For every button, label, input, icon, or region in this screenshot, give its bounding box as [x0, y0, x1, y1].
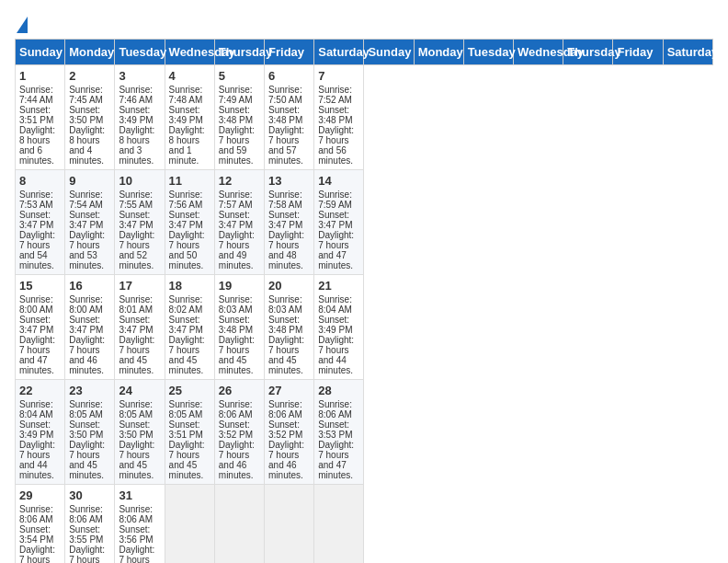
calendar-cell: 11Sunrise: 7:56 AMSunset: 3:47 PMDayligh… [165, 170, 214, 275]
calendar-cell: 9Sunrise: 7:54 AMSunset: 3:47 PMDaylight… [65, 170, 115, 275]
day-number: 19 [219, 279, 260, 293]
calendar-cell: 17Sunrise: 8:01 AMSunset: 3:47 PMDayligh… [115, 275, 165, 380]
header-thursday: Thursday [563, 40, 613, 65]
day-number: 30 [69, 488, 110, 502]
header-monday: Monday [65, 40, 115, 65]
header-friday: Friday [613, 40, 663, 65]
day-number: 12 [219, 174, 260, 188]
day-number: 3 [119, 69, 160, 83]
calendar-cell: 16Sunrise: 8:00 AMSunset: 3:47 PMDayligh… [65, 275, 115, 380]
calendar-cell: 1Sunrise: 7:44 AMSunset: 3:51 PMDaylight… [16, 65, 65, 170]
day-number: 27 [268, 384, 310, 397]
day-number: 25 [169, 384, 210, 397]
day-number: 2 [69, 69, 110, 83]
day-number: 16 [69, 279, 110, 293]
day-number: 6 [268, 69, 310, 83]
day-number: 24 [119, 384, 160, 397]
calendar-cell: 23Sunrise: 8:05 AMSunset: 3:50 PMDayligh… [65, 380, 115, 485]
page-header [15, 15, 713, 31]
header-tuesday: Tuesday [115, 40, 165, 65]
week-row-1: 1Sunrise: 7:44 AMSunset: 3:51 PMDaylight… [16, 65, 713, 170]
calendar-cell: 15Sunrise: 8:00 AMSunset: 3:47 PMDayligh… [16, 275, 65, 380]
day-number: 23 [69, 384, 110, 397]
header-tuesday: Tuesday [463, 40, 513, 65]
header-wednesday: Wednesday [165, 40, 214, 65]
day-number: 15 [19, 279, 61, 293]
calendar-cell: 4Sunrise: 7:48 AMSunset: 3:49 PMDaylight… [165, 65, 214, 170]
day-number: 11 [169, 174, 210, 188]
week-row-4: 22Sunrise: 8:04 AMSunset: 3:49 PMDayligh… [16, 380, 713, 485]
week-row-2: 8Sunrise: 7:53 AMSunset: 3:47 PMDaylight… [16, 170, 713, 275]
calendar-cell: 26Sunrise: 8:06 AMSunset: 3:52 PMDayligh… [214, 380, 264, 485]
calendar-cell: 24Sunrise: 8:05 AMSunset: 3:50 PMDayligh… [115, 380, 165, 485]
calendar-cell: 7Sunrise: 7:52 AMSunset: 3:48 PMDaylight… [314, 65, 364, 170]
calendar-cell: 19Sunrise: 8:03 AMSunset: 3:48 PMDayligh… [214, 275, 264, 380]
calendar-cell: 13Sunrise: 7:58 AMSunset: 3:47 PMDayligh… [265, 170, 314, 275]
calendar-cell: 20Sunrise: 8:03 AMSunset: 3:48 PMDayligh… [265, 275, 314, 380]
logo-icon [17, 17, 28, 33]
calendar-cell [214, 485, 264, 564]
day-number: 20 [268, 279, 310, 293]
calendar-cell: 18Sunrise: 8:02 AMSunset: 3:47 PMDayligh… [165, 275, 214, 380]
day-number: 13 [268, 174, 310, 188]
header-row: SundayMondayTuesdayWednesdayThursdayFrid… [16, 40, 713, 65]
calendar-cell: 2Sunrise: 7:45 AMSunset: 3:50 PMDaylight… [65, 65, 115, 170]
day-number: 10 [119, 174, 160, 188]
day-number: 5 [219, 69, 260, 83]
header-saturday: Saturday [314, 40, 364, 65]
calendar-cell: 27Sunrise: 8:06 AMSunset: 3:52 PMDayligh… [265, 380, 314, 485]
calendar-cell: 21Sunrise: 8:04 AMSunset: 3:49 PMDayligh… [314, 275, 364, 380]
header-sunday: Sunday [364, 40, 414, 65]
calendar-cell: 31Sunrise: 8:06 AMSunset: 3:56 PMDayligh… [115, 485, 165, 564]
calendar-cell: 22Sunrise: 8:04 AMSunset: 3:49 PMDayligh… [16, 380, 65, 485]
day-number: 31 [119, 488, 160, 502]
day-number: 4 [169, 69, 210, 83]
day-number: 14 [318, 174, 359, 188]
day-number: 7 [318, 69, 359, 83]
calendar-cell: 8Sunrise: 7:53 AMSunset: 3:47 PMDaylight… [16, 170, 65, 275]
calendar-cell [265, 485, 314, 564]
day-number: 22 [19, 384, 61, 397]
logo [15, 15, 29, 31]
calendar-cell: 30Sunrise: 8:06 AMSunset: 3:55 PMDayligh… [65, 485, 115, 564]
header-monday: Monday [414, 40, 463, 65]
calendar-cell: 14Sunrise: 7:59 AMSunset: 3:47 PMDayligh… [314, 170, 364, 275]
calendar-cell: 3Sunrise: 7:46 AMSunset: 3:49 PMDaylight… [115, 65, 165, 170]
day-number: 21 [318, 279, 359, 293]
day-number: 9 [69, 174, 110, 188]
day-number: 18 [169, 279, 210, 293]
calendar-cell: 5Sunrise: 7:49 AMSunset: 3:48 PMDaylight… [214, 65, 264, 170]
day-number: 26 [219, 384, 260, 397]
calendar-cell [314, 485, 364, 564]
header-sunday: Sunday [16, 40, 65, 65]
header-friday: Friday [265, 40, 314, 65]
week-row-3: 15Sunrise: 8:00 AMSunset: 3:47 PMDayligh… [16, 275, 713, 380]
week-row-5: 29Sunrise: 8:06 AMSunset: 3:54 PMDayligh… [16, 485, 713, 564]
day-number: 1 [19, 69, 61, 83]
calendar-cell: 28Sunrise: 8:06 AMSunset: 3:53 PMDayligh… [314, 380, 364, 485]
calendar-cell: 29Sunrise: 8:06 AMSunset: 3:54 PMDayligh… [16, 485, 65, 564]
calendar-cell: 10Sunrise: 7:55 AMSunset: 3:47 PMDayligh… [115, 170, 165, 275]
day-number: 17 [119, 279, 160, 293]
day-number: 8 [19, 174, 61, 188]
calendar-table: SundayMondayTuesdayWednesdayThursdayFrid… [15, 39, 713, 563]
calendar-cell: 25Sunrise: 8:05 AMSunset: 3:51 PMDayligh… [165, 380, 214, 485]
calendar-cell [165, 485, 214, 564]
calendar-cell: 6Sunrise: 7:50 AMSunset: 3:48 PMDaylight… [265, 65, 314, 170]
day-number: 28 [318, 384, 359, 397]
header-saturday: Saturday [663, 40, 712, 65]
header-thursday: Thursday [214, 40, 264, 65]
header-wednesday: Wednesday [514, 40, 563, 65]
day-number: 29 [19, 488, 61, 502]
calendar-cell: 12Sunrise: 7:57 AMSunset: 3:47 PMDayligh… [214, 170, 264, 275]
